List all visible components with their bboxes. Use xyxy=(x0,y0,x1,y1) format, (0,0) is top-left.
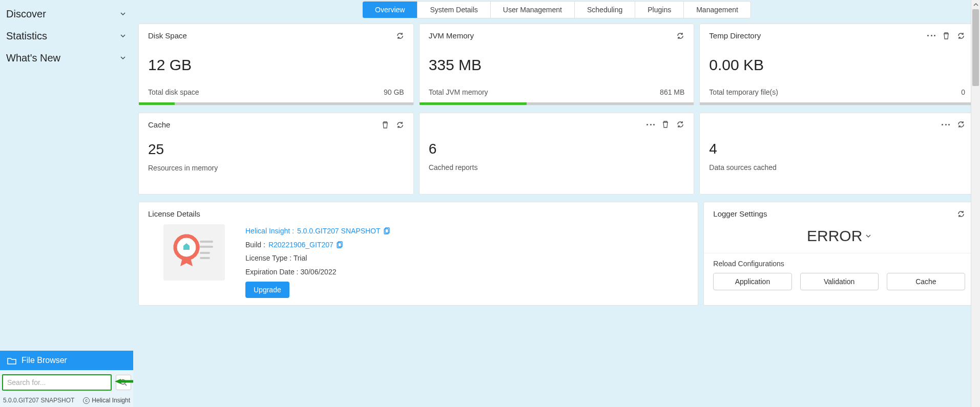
chevron-down-icon xyxy=(120,55,127,62)
license-type-label: License Type : xyxy=(245,254,291,262)
card-cached-reports: 6 Cached reports xyxy=(419,113,695,195)
license-expiration-value: 30/06/2022 xyxy=(300,268,336,276)
card-title: JVM Memory xyxy=(429,31,474,40)
search-button[interactable] xyxy=(116,375,131,390)
tab-overview[interactable]: Overview xyxy=(363,2,418,18)
tab-scheduling[interactable]: Scheduling xyxy=(575,2,635,18)
card-title: Disk Space xyxy=(148,31,187,40)
card-value: 335 MB xyxy=(429,45,685,85)
delete-button[interactable] xyxy=(382,121,389,129)
card-value: 6 xyxy=(429,134,685,160)
card-logger-settings: Logger Settings ERROR Reload Configurati… xyxy=(703,202,975,306)
card-sub-value: 861 MB xyxy=(660,88,684,96)
card-sub-label: Cached reports xyxy=(429,163,478,172)
sidebar-item-label: What's New xyxy=(6,52,60,64)
version-text: 5.0.0.GIT207 SNAPSHOT xyxy=(3,397,74,404)
refresh-button[interactable] xyxy=(957,32,965,40)
reload-validation-button[interactable]: Validation xyxy=(800,273,879,290)
card-title: Cache xyxy=(148,120,170,129)
card-license-details: License Details xyxy=(138,202,698,306)
sidebar-footer: 5.0.0.GIT207 SNAPSHOT c Helical Insight xyxy=(0,395,133,407)
progress-bar xyxy=(139,102,413,105)
main-content: Overview System Details User Management … xyxy=(133,0,980,407)
card-title: Logger Settings xyxy=(713,209,767,218)
refresh-button[interactable] xyxy=(957,210,965,218)
file-browser-label: File Browser xyxy=(22,356,67,365)
tab-user-management[interactable]: User Management xyxy=(491,2,575,18)
card-disk-space: Disk Space 12 GB Total disk space 90 GB xyxy=(138,24,414,105)
card-title: Temp Directory xyxy=(709,31,761,40)
delete-button[interactable] xyxy=(662,120,669,128)
sidebar-item-discover[interactable]: Discover xyxy=(0,3,133,25)
refresh-button[interactable] xyxy=(957,120,965,128)
svg-rect-6 xyxy=(200,241,213,243)
folder-icon xyxy=(7,356,16,365)
card-temp-directory: Temp Directory 0.00 KB Total temporary f… xyxy=(699,24,975,105)
copy-button[interactable] xyxy=(384,227,391,234)
card-value: 4 xyxy=(709,134,965,160)
file-browser-button[interactable]: File Browser xyxy=(0,351,133,370)
progress-bar xyxy=(700,102,974,105)
refresh-button[interactable] xyxy=(676,32,684,40)
chevron-down-icon xyxy=(120,33,127,40)
svg-rect-9 xyxy=(200,257,210,259)
logger-level-value: ERROR xyxy=(807,227,862,245)
license-expiration-label: Expiration Date : xyxy=(245,268,299,276)
license-build-value: R20221906_GIT207 xyxy=(268,238,333,252)
search-icon xyxy=(120,379,127,386)
delete-button[interactable] xyxy=(943,32,950,40)
card-value: 12 GB xyxy=(148,45,404,85)
reload-cache-button[interactable]: Cache xyxy=(887,273,965,290)
copyright-icon: c xyxy=(83,397,90,404)
card-sub-label: Total JVM memory xyxy=(429,88,488,96)
card-sub-value: 0 xyxy=(961,88,965,96)
svg-rect-8 xyxy=(200,252,210,254)
license-badge-icon xyxy=(163,224,225,281)
license-type-value: Trial xyxy=(294,254,307,262)
upgrade-button[interactable]: Upgrade xyxy=(245,282,289,298)
sidebar-item-label: Discover xyxy=(6,8,46,20)
ellipsis-icon xyxy=(647,124,655,125)
card-data-sources: 4 Data sources cached xyxy=(699,113,975,195)
license-product-label: Helical Insight : xyxy=(245,224,294,238)
ellipsis-icon xyxy=(927,35,935,36)
card-sub-label: Total disk space xyxy=(148,88,199,96)
svg-rect-7 xyxy=(200,246,213,248)
chevron-down-icon xyxy=(120,11,127,18)
tab-management[interactable]: Management xyxy=(684,2,750,18)
card-value: 0.00 KB xyxy=(709,45,965,85)
chevron-down-icon xyxy=(865,233,871,239)
refresh-button[interactable] xyxy=(676,120,684,128)
card-cache: Cache 25 Resources in memory xyxy=(138,113,414,195)
scroll-up-button[interactable] xyxy=(971,0,980,9)
card-sub-label: Resources in memory xyxy=(148,164,218,172)
tab-bar: Overview System Details User Management … xyxy=(138,0,975,24)
logger-level-dropdown[interactable]: ERROR xyxy=(704,223,974,253)
progress-bar xyxy=(420,102,694,105)
license-build-label: Build : xyxy=(245,238,265,252)
refresh-button[interactable] xyxy=(396,32,404,40)
reload-application-button[interactable]: Application xyxy=(713,273,791,290)
scroll-thumb[interactable] xyxy=(972,9,979,86)
search-row xyxy=(0,370,133,395)
card-sub-label: Total temporary file(s) xyxy=(709,88,778,96)
card-sub-label: Data sources cached xyxy=(709,163,777,172)
scrollbar[interactable] xyxy=(971,0,980,407)
search-input[interactable] xyxy=(7,378,107,387)
copy-button[interactable] xyxy=(337,241,344,248)
search-input-wrap xyxy=(2,374,112,391)
more-button[interactable] xyxy=(647,124,655,125)
card-sub-value: 90 GB xyxy=(384,88,404,96)
sidebar: Discover Statistics What's New xyxy=(0,0,133,407)
tab-system-details[interactable]: System Details xyxy=(418,2,490,18)
card-value: 25 xyxy=(148,134,404,161)
tab-plugins[interactable]: Plugins xyxy=(635,2,684,18)
more-button[interactable] xyxy=(942,124,950,125)
sidebar-item-statistics[interactable]: Statistics xyxy=(0,25,133,47)
svg-point-2 xyxy=(121,380,126,384)
reload-title: Reload Configurations xyxy=(713,260,965,273)
sidebar-item-whats-new[interactable]: What's New xyxy=(0,47,133,69)
license-product-value: 5.0.0.GIT207 SNAPSHOT xyxy=(297,224,381,238)
more-button[interactable] xyxy=(927,35,935,36)
refresh-button[interactable] xyxy=(396,121,404,129)
